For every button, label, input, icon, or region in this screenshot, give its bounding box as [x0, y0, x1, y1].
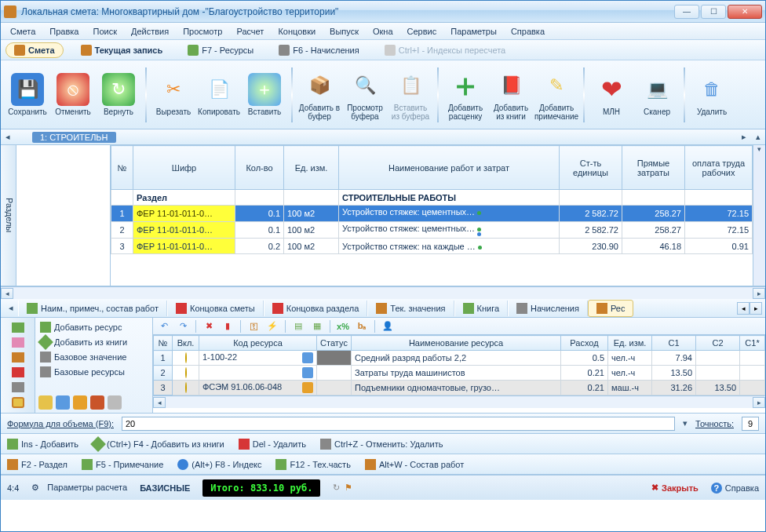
scanner-button[interactable]: 💻Сканер	[635, 64, 679, 126]
resource-row[interactable]: 1 1-100-22 Средний разряд работы 2,2 0.5…	[154, 351, 765, 366]
action-f8-index[interactable]: (Alt+) F8 - Индекс	[177, 459, 261, 470]
calc-icon[interactable]	[12, 382, 24, 392]
tab-ending-smeta[interactable]: Концовка сметы	[167, 301, 264, 316]
table-row[interactable]: 2 ФЕР 11-01-011-0… 0.1 100 м2 Устройство…	[111, 222, 753, 239]
side-tab-sections[interactable]: Разделы	[1, 145, 16, 286]
bulb-icon[interactable]	[185, 352, 187, 363]
main-grid[interactable]: № Шифр Кол-во Ед. изм. Наименование рабо…	[111, 145, 753, 254]
tab-accruals[interactable]: F6 - Начисления	[271, 43, 367, 57]
rcol-on[interactable]: Вкл.	[173, 336, 199, 351]
undo-button[interactable]: ⦸Отменить	[51, 64, 95, 126]
orange-icon[interactable]	[12, 352, 24, 363]
book-icon[interactable]	[12, 367, 24, 377]
action-f5-note[interactable]: F5 - Примечание	[82, 459, 163, 470]
table-row[interactable]: 1 ФЕР 11-01-011-0… 0.1 100 м2 Устройство…	[111, 206, 753, 222]
percent-icon[interactable]: x%	[337, 320, 349, 333]
truck-icon[interactable]	[73, 395, 87, 410]
menu-parametry[interactable]: Параметры	[444, 25, 503, 38]
delete-button[interactable]: 🗑Удалить	[690, 64, 734, 126]
add-note-button[interactable]: ✎Добавить примечание	[534, 64, 578, 126]
horizontal-scrollbar[interactable]: ◂ ▸	[1, 286, 765, 299]
accuracy-label[interactable]: Точность:	[695, 419, 734, 428]
col-labor[interactable]: оплата труда рабочих	[685, 146, 753, 190]
bulb-icon[interactable]	[185, 382, 187, 393]
refresh-icon[interactable]: ↻	[333, 483, 340, 493]
view-buffer-button[interactable]: 🔍Просмотр буфера	[343, 64, 387, 126]
add-from-book-button[interactable]: 📕Добавить из книги	[489, 64, 533, 126]
cut-button[interactable]: ✂Вырезать	[151, 64, 195, 126]
bulb-icon[interactable]	[185, 367, 187, 378]
rcol-rate[interactable]: Расход	[561, 336, 608, 351]
menu-deistviya[interactable]: Действия	[125, 25, 175, 38]
person-icon[interactable]: 👤	[381, 320, 394, 333]
tab-resources[interactable]: F7 - Ресурсы	[180, 43, 261, 57]
base-resources[interactable]: Базовые ресурсы	[38, 366, 149, 378]
menu-smeta[interactable]: Смета	[4, 25, 42, 38]
bolt-icon[interactable]: ⚡	[266, 320, 279, 333]
close-action[interactable]: ✖Закрыть	[651, 483, 699, 493]
action-f12-tech[interactable]: F12 - Тех.часть	[275, 459, 350, 470]
page-icon[interactable]: ▤	[292, 320, 305, 333]
tab-accruals2[interactable]: Начисления	[508, 301, 588, 316]
menu-pravka[interactable]: Правка	[43, 25, 85, 38]
save-button[interactable]: 💾Сохранить	[5, 64, 49, 126]
tab-ending-section[interactable]: Концовка раздела	[264, 301, 368, 316]
menu-vypusk[interactable]: Выпуск	[323, 25, 365, 38]
col-unitcost[interactable]: Ст-ть единицы	[560, 146, 622, 190]
resource-grid[interactable]: № Вкл. Код ресурса Статус Наименование р…	[153, 335, 765, 395]
base-value[interactable]: Базовое значение	[38, 351, 149, 363]
accuracy-input[interactable]	[742, 417, 759, 431]
menu-prosmotr[interactable]: Просмотр	[177, 25, 228, 38]
paste-button[interactable]: ＋Вставить	[243, 64, 286, 126]
bricks-icon[interactable]	[90, 395, 104, 410]
tabs2-nav-left2[interactable]: ◂	[737, 302, 750, 315]
rcol-c1s[interactable]: С1*	[740, 336, 765, 351]
col-unit[interactable]: Ед. изм.	[284, 146, 339, 190]
resource-row[interactable]: 3 ФСЭМ 91.06.06-048 Подъемники одномачто…	[154, 381, 765, 395]
action-f2-section[interactable]: F2 - Раздел	[7, 459, 67, 470]
green-icon[interactable]	[12, 322, 24, 333]
pages-icon[interactable]: ▦	[311, 320, 323, 333]
keyboard-icon[interactable]	[108, 395, 122, 410]
col-n[interactable]: №	[111, 146, 133, 190]
formula-input[interactable]	[122, 417, 675, 431]
face-icon[interactable]	[12, 397, 24, 408]
rcol-code[interactable]: Код ресурса	[199, 336, 317, 351]
tabs2-nav-left[interactable]: ◂	[4, 303, 18, 313]
col-direct[interactable]: Прямые затраты	[622, 146, 685, 190]
menu-poisk[interactable]: Поиск	[86, 25, 122, 38]
menu-raschet[interactable]: Расчет	[230, 25, 270, 38]
col-name[interactable]: Наименование работ и затрат	[339, 146, 560, 190]
add-from-book2[interactable]: Добавить из книги	[38, 336, 149, 348]
action-altw-parts[interactable]: Alt+W - Состав работ	[365, 459, 464, 470]
menu-servis[interactable]: Сервис	[401, 25, 443, 38]
book-icon[interactable]: ▮	[221, 320, 234, 333]
add-resource[interactable]: Добавить ресурс	[38, 321, 149, 333]
tab-smeta[interactable]: Смета	[5, 42, 64, 58]
action-f4-addbook[interactable]: (Ctrl+) F4 - Добавить из книги	[93, 439, 224, 450]
face-icon[interactable]	[38, 395, 53, 410]
rcol-status[interactable]: Статус	[317, 336, 352, 351]
col-qty[interactable]: Кол-во	[235, 146, 284, 190]
copy-button[interactable]: 📄Копировать	[197, 64, 241, 126]
rcol-c2[interactable]: С2	[696, 336, 740, 351]
redo-icon[interactable]: ↷	[177, 320, 189, 333]
section-chip[interactable]: 1: СТРОИТЕЛЬН	[32, 132, 116, 143]
vertical-scrollbar[interactable]: ▾	[753, 145, 765, 286]
nav-right-icon[interactable]: ▸	[737, 132, 751, 142]
key-icon[interactable]: ⚿	[247, 320, 260, 333]
rcol-c1[interactable]: С1	[652, 336, 696, 351]
menu-koncovki[interactable]: Концовки	[272, 25, 322, 38]
table-row[interactable]: 3 ФЕР 11-01-011-0… 0.2 100 м2 Устройство…	[111, 239, 753, 254]
rcol-n[interactable]: №	[154, 336, 173, 351]
eraser-icon[interactable]: ✖	[202, 320, 215, 333]
resource-row[interactable]: 2 Затраты труда машинистов 0.21 чел.-ч 1…	[154, 366, 765, 381]
add-buffer-button[interactable]: 📦Добавить в буфер	[297, 64, 341, 126]
action-del[interactable]: Del - Удалить	[239, 439, 306, 450]
scroll-up-icon[interactable]: ▴	[751, 132, 765, 142]
scroll-right-button[interactable]: ▸	[753, 397, 765, 408]
people-icon[interactable]	[56, 395, 70, 410]
tab-current-values[interactable]: Тек. значения	[367, 301, 454, 316]
maximize-button[interactable]: ☐	[701, 5, 726, 19]
ba-icon[interactable]: bₐ	[356, 320, 368, 333]
